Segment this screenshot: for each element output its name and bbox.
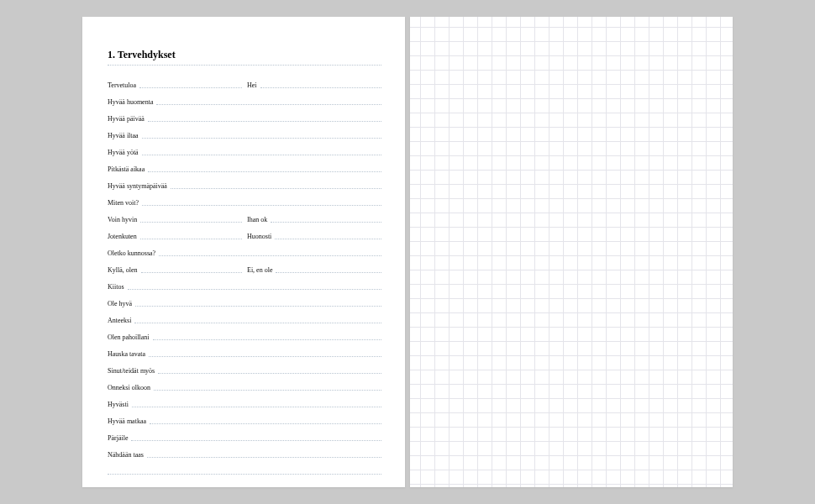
vocab-cell: Oletko kunnossa? (108, 249, 381, 259)
vocab-term: Hyvää yötä (108, 149, 139, 158)
vocab-term: Hauska tavata (108, 350, 145, 360)
vocab-term: Jotenkuten (108, 233, 137, 242)
fill-line (132, 407, 381, 407)
vocab-cell: Tervetuloa (108, 81, 242, 91)
vocab-cell: Ihan ok (247, 216, 381, 225)
fill-line (271, 222, 381, 223)
vocab-row: Nähdään taas (108, 444, 381, 460)
vocab-term: Hyvää iltaa (108, 132, 139, 141)
fill-line (171, 188, 381, 189)
vocab-row: Pärjäile (108, 427, 381, 444)
fill-line (149, 356, 381, 357)
vocab-row: Oletko kunnossa? (108, 242, 381, 259)
fill-line (142, 138, 381, 139)
vocab-term: Ole hyvä (108, 300, 132, 309)
fill-line (276, 272, 381, 273)
vocab-row: Ole hyvä (108, 292, 381, 309)
fill-line (153, 339, 381, 340)
vocab-term: Olen pahoillani (108, 333, 150, 343)
fill-line (131, 440, 381, 441)
vocab-term: Nähdään taas (108, 451, 144, 460)
fill-line (139, 87, 242, 88)
vocab-row: Hyvää matkaa (108, 410, 381, 427)
vocab-cell: Ei, en ole (247, 266, 381, 276)
section-heading: 1. Tervehdykset (108, 49, 381, 61)
vocab-cell: Hyvästi (108, 401, 381, 410)
vocab-cell: Jotenkuten (108, 233, 242, 242)
vocab-term: Pärjäile (108, 434, 128, 444)
vocab-cell: Olen pahoillani (108, 333, 381, 343)
vocab-cell (108, 474, 381, 477)
vocab-term: Kiitos (108, 283, 124, 292)
vocab-row: Anteeksi (108, 309, 381, 326)
vocab-term: Hyvää päivää (108, 115, 145, 124)
fill-line (128, 289, 381, 290)
vocab-row (108, 460, 381, 477)
vocab-row: Kyllä, olenEi, en ole (108, 259, 381, 276)
vocab-term: Hei (247, 81, 257, 91)
vocab-term: Pitkästä aikaa (108, 165, 145, 175)
vocab-term: Anteeksi (108, 317, 131, 326)
fill-line (141, 272, 242, 273)
vocab-row: Hyvää huomenta (108, 91, 381, 108)
fill-line (148, 171, 381, 172)
vocab-cell: Hyvää päivää (108, 115, 381, 124)
fill-line (134, 323, 381, 323)
vocab-row: Hauska tavata (108, 343, 381, 360)
vocab-cell: Huonosti (247, 233, 381, 242)
vocab-term: Huonosti (247, 233, 271, 242)
vocab-row: TervetuloaHei (108, 74, 381, 91)
vocab-cell: Pärjäile (108, 434, 381, 444)
vocabulary-list: TervetuloaHeiHyvää huomentaHyvää päivääH… (108, 74, 381, 477)
vocab-row: Hyvää päivää (108, 108, 381, 124)
vocab-term: Voin hyvin (108, 216, 137, 225)
vocab-cell: Onneksi olkoon (108, 384, 381, 393)
vocab-term: Kyllä, olen (108, 266, 138, 276)
vocab-row: Hyvää yötä (108, 141, 381, 158)
fill-line (150, 423, 381, 424)
fill-line (142, 155, 381, 155)
vocab-term: Oletko kunnossa? (108, 249, 155, 259)
heading-underline (108, 65, 381, 66)
vocab-row: Pitkästä aikaa (108, 158, 381, 175)
vocab-row: Miten voit? (108, 192, 381, 208)
vocab-cell: Kiitos (108, 283, 381, 292)
vocab-term: Tervetuloa (108, 81, 136, 91)
fill-line (140, 222, 242, 223)
fill-line (147, 457, 381, 458)
vocab-cell: Hauska tavata (108, 350, 381, 360)
vocab-cell: Ole hyvä (108, 300, 381, 309)
fill-line (148, 121, 381, 122)
vocab-row: JotenkutenHuonosti (108, 225, 381, 242)
fill-line (275, 239, 381, 239)
vocab-cell: Hyvää matkaa (108, 417, 381, 427)
vocab-row: Onneksi olkoon (108, 376, 381, 393)
fill-line (159, 255, 381, 256)
fill-line (154, 390, 381, 391)
vocab-cell: Kyllä, olen (108, 266, 242, 276)
vocab-cell: Hyvää iltaa (108, 132, 381, 141)
vocab-term: Hyvää syntymäpäivää (108, 182, 167, 192)
vocab-cell: Voin hyvin (108, 216, 242, 225)
fill-line (142, 205, 381, 206)
vocab-term: Ihan ok (247, 216, 267, 225)
vocab-row: Hyvästi (108, 393, 381, 410)
vocab-cell: Hyvää yötä (108, 149, 381, 158)
vocab-term: Onneksi olkoon (108, 384, 150, 393)
vocab-row: Sinut/teidät myös (108, 360, 381, 376)
vocab-cell: Nähdään taas (108, 451, 381, 460)
vocab-cell: Hei (247, 81, 381, 91)
vocab-term: Ei, en ole (247, 266, 272, 276)
fill-line (135, 306, 381, 307)
page-spread: 1. Tervehdykset TervetuloaHeiHyvää huome… (82, 17, 733, 487)
right-page-grid (410, 17, 733, 487)
vocab-cell: Hyvää syntymäpäivää (108, 182, 381, 192)
vocab-row: Olen pahoillani (108, 326, 381, 343)
vocab-cell: Anteeksi (108, 317, 381, 326)
fill-line (260, 87, 381, 88)
vocab-term: Hyvää huomenta (108, 98, 153, 108)
fill-line (156, 104, 381, 105)
vocab-term: Hyvää matkaa (108, 417, 146, 427)
fill-line (140, 239, 242, 239)
vocab-row: Kiitos (108, 276, 381, 292)
